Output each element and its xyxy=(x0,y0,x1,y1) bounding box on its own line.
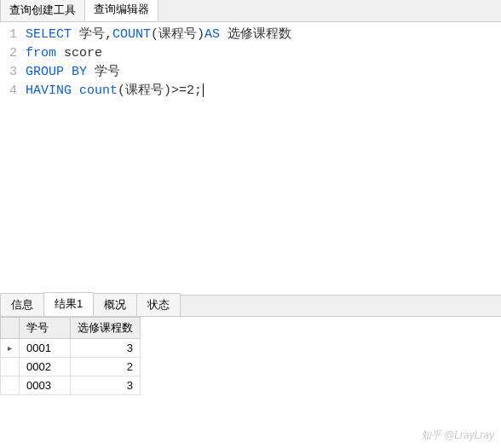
table-row[interactable]: 0002 2 xyxy=(1,358,141,376)
tab-result-1[interactable]: 结果1 xyxy=(43,292,94,316)
row-marker-icon xyxy=(1,358,20,376)
code-line: 4 HAVING count(课程号)>=2; xyxy=(0,82,501,101)
cell[interactable]: 3 xyxy=(71,376,141,395)
row-marker-header xyxy=(1,318,20,339)
code-text: from score xyxy=(26,44,501,63)
editor-tabs: 查询创建工具 查询编辑器 xyxy=(0,0,501,22)
cell[interactable]: 0002 xyxy=(20,358,71,376)
watermark: 知乎 @LrayLray xyxy=(421,428,494,443)
tab-query-editor[interactable]: 查询编辑器 xyxy=(84,0,158,21)
line-number: 2 xyxy=(0,44,26,63)
tab-profile[interactable]: 概况 xyxy=(93,293,137,316)
row-marker-icon: ▸ xyxy=(1,339,20,358)
line-number: 3 xyxy=(0,63,26,82)
table-row[interactable]: 0003 3 xyxy=(1,376,141,395)
row-marker-icon xyxy=(1,376,20,395)
code-text: GROUP BY 学号 xyxy=(26,63,501,82)
column-header[interactable]: 选修课程数 xyxy=(71,318,141,339)
line-number: 1 xyxy=(0,26,26,44)
table-row[interactable]: ▸ 0001 3 xyxy=(1,339,141,358)
result-tabs: 信息 结果1 概况 状态 xyxy=(0,295,501,317)
tab-query-builder[interactable]: 查询创建工具 xyxy=(0,0,85,21)
code-line: 2 from score xyxy=(0,44,501,63)
cell[interactable]: 0001 xyxy=(20,339,71,358)
code-text: HAVING count(课程号)>=2; xyxy=(26,82,501,101)
text-cursor xyxy=(203,83,204,97)
cell[interactable]: 3 xyxy=(71,339,141,358)
code-line: 3 GROUP BY 学号 xyxy=(0,63,501,82)
table-header-row: 学号 选修课程数 xyxy=(1,318,141,339)
result-grid[interactable]: 学号 选修课程数 ▸ 0001 3 0002 2 0003 3 xyxy=(0,317,141,395)
column-header[interactable]: 学号 xyxy=(20,318,71,339)
code-text: SELECT 学号,COUNT(课程号)AS 选修课程数 xyxy=(26,26,501,44)
cell[interactable]: 0003 xyxy=(20,376,71,395)
cell[interactable]: 2 xyxy=(71,358,141,376)
code-line: 1 SELECT 学号,COUNT(课程号)AS 选修课程数 xyxy=(0,26,501,44)
tab-status[interactable]: 状态 xyxy=(136,293,181,316)
sql-editor[interactable]: 1 SELECT 学号,COUNT(课程号)AS 选修课程数 2 from sc… xyxy=(0,22,501,295)
tab-info[interactable]: 信息 xyxy=(0,293,44,316)
line-number: 4 xyxy=(0,82,26,101)
